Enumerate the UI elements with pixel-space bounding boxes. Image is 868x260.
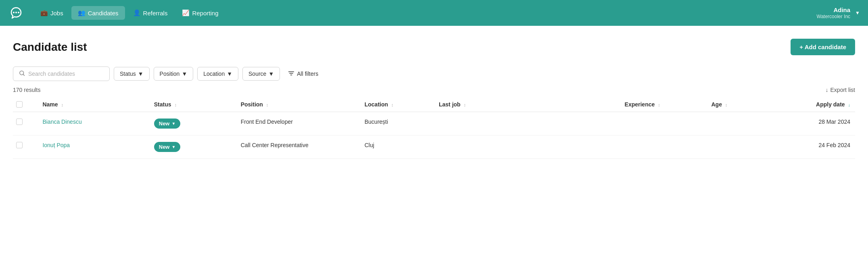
- nav-item-referrals[interactable]: 👤 Referrals: [127, 6, 174, 20]
- user-info: Adina Watercooler Inc: [817, 6, 851, 19]
- table-row: Ionuț Popa New ▼ Call Center Representat…: [13, 135, 855, 159]
- candidate-name-link[interactable]: Ionuț Popa: [42, 142, 70, 148]
- search-box: [13, 67, 110, 81]
- candidate-location: București: [365, 119, 388, 125]
- nav-label-candidates: Candidates: [88, 10, 119, 17]
- user-name: Adina: [817, 6, 851, 14]
- candidate-age-cell: [706, 112, 756, 135]
- badge-chevron-icon: ▼: [171, 121, 175, 126]
- row-checkbox-1[interactable]: [16, 119, 23, 125]
- source-filter-button[interactable]: Source ▼: [242, 67, 280, 81]
- status-badge[interactable]: New ▼: [154, 142, 181, 152]
- th-status[interactable]: Status ↕: [149, 97, 236, 112]
- logo[interactable]: [8, 5, 24, 21]
- results-count: 170 results: [13, 87, 40, 93]
- lastjob-sort-icon: ↕: [464, 102, 466, 107]
- position-filter-button[interactable]: Position ▼: [154, 67, 194, 81]
- name-sort-icon: ↕: [61, 102, 63, 107]
- candidate-lastjob-cell: [434, 112, 620, 135]
- candidate-status-cell: New ▼: [149, 135, 236, 159]
- age-sort-icon: ↕: [725, 102, 728, 107]
- th-position-label: Position: [241, 101, 263, 108]
- candidate-position-cell: Front End Developer: [236, 112, 360, 135]
- th-status-label: Status: [154, 101, 171, 108]
- th-location-label: Location: [365, 101, 388, 108]
- th-lastjob-label: Last job: [439, 101, 461, 108]
- status-badge[interactable]: New ▼: [154, 119, 181, 129]
- th-applydate-label: Apply date: [816, 101, 845, 108]
- position-chevron-icon: ▼: [182, 71, 187, 77]
- chart-icon: 📈: [182, 9, 190, 17]
- navbar: 💼 Jobs 👥 Candidates 👤 Referrals 📈 Report…: [0, 0, 868, 26]
- row-checkbox-cell: [13, 135, 38, 159]
- status-sort-icon: ↕: [174, 102, 177, 107]
- location-chevron-icon: ▼: [227, 71, 232, 77]
- th-name[interactable]: Name ↕: [38, 97, 149, 112]
- candidate-location-cell: Cluj: [360, 135, 434, 159]
- candidate-name-link[interactable]: Bianca Dinescu: [42, 119, 81, 125]
- th-applydate[interactable]: Apply date ↓: [756, 97, 855, 112]
- svg-point-2: [18, 12, 19, 13]
- candidate-age-cell: [706, 135, 756, 159]
- page-header: Candidate list + Add candidate: [13, 39, 855, 55]
- th-experience[interactable]: Experience ↕: [620, 97, 707, 112]
- badge-chevron-icon: ▼: [171, 145, 175, 149]
- th-checkbox: [13, 97, 38, 112]
- user-menu[interactable]: Adina Watercooler Inc ▼: [817, 6, 860, 19]
- candidate-location: Cluj: [365, 142, 374, 148]
- candidate-position-cell: Call Center Representative: [236, 135, 360, 159]
- nav-label-jobs: Jobs: [50, 10, 63, 17]
- table-row: Bianca Dinescu New ▼ Front End Developer…: [13, 112, 855, 135]
- select-all-checkbox[interactable]: [16, 101, 23, 108]
- search-icon: [19, 70, 25, 77]
- export-label: Export list: [830, 87, 855, 93]
- th-lastjob[interactable]: Last job ↕: [434, 97, 620, 112]
- candidate-lastjob-cell: [434, 135, 620, 159]
- all-filters-label: All filters: [297, 71, 318, 77]
- row-checkbox-2[interactable]: [16, 142, 23, 148]
- candidate-applydate: 24 Feb 2024: [818, 142, 850, 148]
- nav-item-reporting[interactable]: 📈 Reporting: [175, 6, 225, 20]
- th-experience-label: Experience: [625, 101, 655, 108]
- page-title: Candidate list: [13, 41, 87, 54]
- candidate-applydate: 28 Mar 2024: [818, 119, 850, 125]
- nav-label-referrals: Referrals: [143, 10, 168, 17]
- briefcase-icon: 💼: [40, 9, 48, 17]
- add-candidate-button[interactable]: + Add candidate: [791, 39, 855, 55]
- th-location[interactable]: Location ↕: [360, 97, 434, 112]
- candidates-table: Name ↕ Status ↕ Position ↕ Location ↕: [13, 97, 855, 159]
- candidate-name-cell: Ionuț Popa: [38, 135, 149, 159]
- candidate-position: Front End Developer: [241, 119, 293, 125]
- nav-items: 💼 Jobs 👥 Candidates 👤 Referrals 📈 Report…: [34, 6, 225, 20]
- position-sort-icon: ↕: [266, 102, 269, 107]
- candidate-location-cell: București: [360, 112, 434, 135]
- th-name-label: Name: [42, 101, 58, 108]
- export-button[interactable]: ↓ Export list: [826, 87, 855, 93]
- experience-sort-icon: ↕: [658, 102, 660, 107]
- location-sort-icon: ↕: [391, 102, 394, 107]
- svg-point-0: [13, 12, 15, 13]
- status-filter-button[interactable]: Status ▼: [114, 67, 150, 81]
- candidate-applydate-cell: 24 Feb 2024: [756, 135, 855, 159]
- th-age[interactable]: Age ↕: [706, 97, 756, 112]
- th-position[interactable]: Position ↕: [236, 97, 360, 112]
- candidate-experience-cell: [620, 135, 707, 159]
- location-filter-button[interactable]: Location ▼: [197, 67, 238, 81]
- applydate-sort-icon: ↓: [848, 102, 851, 107]
- filter-icon: [288, 70, 294, 78]
- location-filter-label: Location: [203, 71, 225, 77]
- nav-item-jobs[interactable]: 💼 Jobs: [34, 6, 70, 20]
- svg-line-4: [23, 74, 24, 75]
- search-input[interactable]: [28, 71, 104, 77]
- candidate-name-cell: Bianca Dinescu: [38, 112, 149, 135]
- th-age-label: Age: [711, 101, 722, 108]
- all-filters-button[interactable]: All filters: [284, 67, 322, 81]
- candidate-status-cell: New ▼: [149, 112, 236, 135]
- status-chevron-icon: ▼: [138, 71, 144, 77]
- navbar-left: 💼 Jobs 👥 Candidates 👤 Referrals 📈 Report…: [8, 5, 225, 21]
- filter-bar: Status ▼ Position ▼ Location ▼ Source ▼ …: [13, 67, 855, 81]
- source-chevron-icon: ▼: [268, 71, 274, 77]
- svg-point-1: [15, 12, 17, 13]
- nav-item-candidates[interactable]: 👥 Candidates: [71, 6, 125, 20]
- person-add-icon: 👤: [133, 9, 141, 17]
